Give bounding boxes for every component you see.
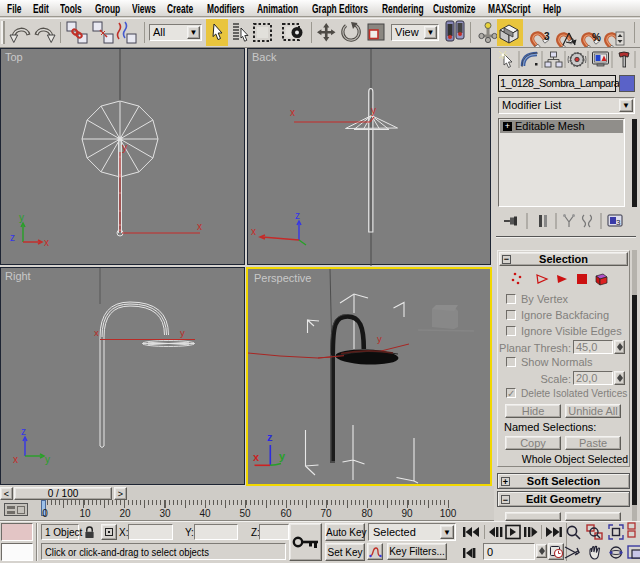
svg-text:z: z [21,426,26,437]
svg-text:y: y [45,454,50,465]
svg-text:x: x [197,221,202,232]
svg-text:3: 3 [616,218,621,227]
svg-text:%: % [592,32,601,43]
svg-text:y: y [180,327,185,338]
svg-text:y: y [279,450,286,462]
svg-text:y: y [19,212,24,223]
svg-text:3: 3 [544,31,550,42]
svg-text:y: y [371,105,376,116]
svg-text:x: x [253,451,260,463]
svg-text:x: x [13,454,18,465]
svg-text:x: x [44,237,49,248]
svg-text:y: y [122,142,127,153]
svg-text:x: x [94,327,99,338]
svg-text:x: x [251,226,256,237]
svg-text:z: z [10,232,15,243]
svg-text:z: z [295,210,300,221]
svg-text:z: z [267,431,273,443]
svg-text:x: x [290,107,295,118]
svg-text:y: y [377,333,382,344]
